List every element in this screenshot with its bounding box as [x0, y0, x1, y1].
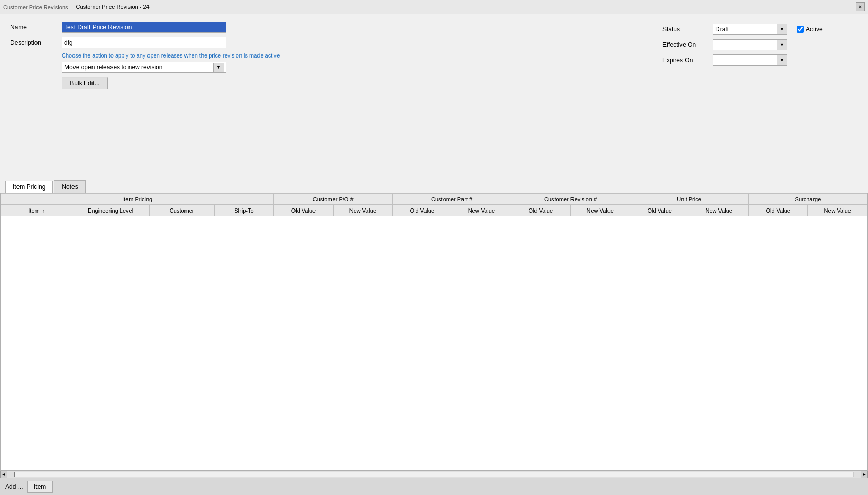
pricing-table: Item Pricing Customer P/O # Customer Par… — [1, 193, 867, 216]
main-content: Name Description Choose the action to ap… — [0, 14, 868, 495]
sub-header-surcharge-old[interactable]: Old Value — [748, 205, 807, 216]
expires-on-arrow[interactable]: ▼ — [777, 55, 787, 65]
col-group-surcharge: Surcharge — [748, 194, 867, 205]
sub-header-po-old[interactable]: Old Value — [274, 205, 333, 216]
form-right: Status Draft ▼ Active Effective On — [662, 22, 858, 66]
sort-icon: ↑ — [42, 208, 45, 214]
effective-on-label: Effective On — [662, 41, 709, 48]
tab-item-pricing[interactable]: Item Pricing — [5, 181, 53, 193]
add-item-button[interactable]: Item — [27, 481, 53, 493]
effective-on-dropdown[interactable]: ▼ — [713, 39, 787, 50]
col-group-customer-part: Customer Part # — [393, 194, 511, 205]
col-group-item-pricing: Item Pricing — [1, 194, 274, 205]
expires-on-value — [713, 60, 777, 61]
title-bar: Customer Price Revisions Customer Price … — [0, 0, 868, 14]
col-group-customer-po: Customer P/O # — [274, 194, 393, 205]
sub-header-customer[interactable]: Customer — [149, 205, 214, 216]
table-wrapper: Item Pricing Customer P/O # Customer Par… — [0, 193, 868, 470]
sub-header-surcharge-new[interactable]: New Value — [808, 205, 867, 216]
close-button[interactable]: × — [856, 2, 865, 11]
tab-notes[interactable]: Notes — [54, 180, 85, 193]
scroll-right-button[interactable]: ► — [861, 471, 868, 478]
scroll-left-button[interactable]: ◄ — [0, 471, 7, 478]
form-area: Name Description Choose the action to ap… — [0, 14, 868, 179]
name-label: Name — [10, 24, 62, 31]
description-row: Description — [10, 37, 662, 48]
action-dropdown-row: Move open releases to new revision ▼ — [62, 62, 662, 73]
expires-on-label: Expires On — [662, 56, 709, 64]
description-label: Description — [10, 39, 62, 46]
effective-on-row: Effective On ▼ — [662, 39, 858, 50]
sub-header-price-new[interactable]: New Value — [689, 205, 748, 216]
col-group-unit-price: Unit Price — [630, 194, 749, 205]
table-container[interactable]: Item Pricing Customer P/O # Customer Par… — [1, 193, 867, 470]
bulk-edit-button[interactable]: Bulk Edit... — [62, 77, 108, 89]
footer-bar: Add ... Item — [0, 478, 868, 495]
scrollbar-area: ◄ ► — [0, 470, 868, 478]
active-label[interactable]: Active — [806, 26, 823, 33]
sub-header-item[interactable]: Item ↑ — [1, 205, 72, 216]
status-dropdown-arrow[interactable]: ▼ — [777, 24, 787, 34]
sub-header-eng-level[interactable]: Engineering Level — [72, 205, 149, 216]
action-hint: Choose the action to apply to any open r… — [62, 52, 662, 59]
effective-on-value — [713, 44, 777, 45]
form-left: Name Description Choose the action to ap… — [10, 22, 662, 89]
add-label: Add ... — [5, 483, 23, 490]
active-checkbox-row: Active — [797, 26, 823, 33]
current-page-title: Customer Price Revision - 24 — [76, 4, 150, 10]
form-two-col: Name Description Choose the action to ap… — [10, 22, 858, 89]
expires-on-dropdown[interactable]: ▼ — [713, 54, 787, 66]
breadcrumb-link[interactable]: Customer Price Revisions — [3, 4, 68, 10]
action-dropdown-text: Move open releases to new revision — [64, 64, 213, 71]
sub-header-rev-old[interactable]: Old Value — [511, 205, 570, 216]
active-checkbox[interactable] — [797, 26, 804, 33]
status-dropdown-text: Draft — [713, 25, 777, 33]
action-dropdown[interactable]: Move open releases to new revision ▼ — [62, 62, 226, 73]
sub-header-price-old[interactable]: Old Value — [630, 205, 689, 216]
sub-header-rev-new[interactable]: New Value — [570, 205, 630, 216]
col-group-customer-revision: Customer Revision # — [511, 194, 630, 205]
tabs-bar: Item Pricing Notes — [0, 179, 868, 193]
expires-on-row: Expires On ▼ — [662, 54, 858, 66]
sub-header-part-old[interactable]: Old Value — [393, 205, 452, 216]
sub-header-part-new[interactable]: New Value — [452, 205, 511, 216]
sub-header-po-new[interactable]: New Value — [333, 205, 392, 216]
description-input[interactable] — [62, 37, 226, 48]
name-input[interactable] — [62, 22, 226, 33]
table-header: Item Pricing Customer P/O # Customer Par… — [1, 194, 867, 216]
lower-section: Item Pricing Notes — [0, 179, 868, 495]
breadcrumb-separator — [70, 4, 72, 10]
status-label: Status — [662, 26, 709, 33]
action-dropdown-arrow[interactable]: ▼ — [213, 63, 224, 72]
status-row: Status Draft ▼ Active — [662, 24, 858, 35]
name-row: Name — [10, 22, 662, 33]
sub-header-ship-to[interactable]: Ship-To — [214, 205, 273, 216]
effective-on-arrow[interactable]: ▼ — [777, 40, 787, 50]
status-dropdown[interactable]: Draft ▼ — [713, 24, 787, 35]
scrollbar-track[interactable] — [14, 472, 854, 477]
